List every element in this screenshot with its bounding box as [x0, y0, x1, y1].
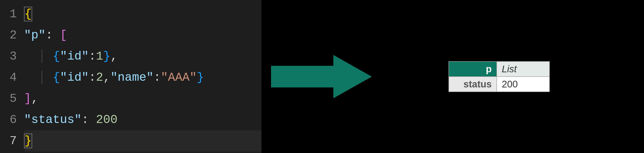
number-token: 1 — [96, 50, 103, 63]
colon-token: : — [46, 28, 53, 42]
space-token — [89, 113, 96, 126]
code-line-current: } — [24, 130, 262, 151]
brace-token: { — [53, 71, 60, 84]
code-line: { — [24, 4, 262, 25]
key-token: "name" — [110, 71, 154, 84]
space-token — [53, 28, 60, 42]
code-line: "status": 200 — [24, 109, 262, 130]
comma-token: , — [103, 71, 110, 84]
table-row[interactable]: status 200 — [449, 77, 550, 92]
indent-guide: │ — [38, 50, 46, 63]
table-value-cell: 200 — [497, 77, 550, 92]
code-line: │ {"id":1}, — [24, 46, 262, 67]
number-token: 200 — [96, 113, 118, 126]
line-number-current: 7 — [0, 130, 17, 151]
line-number: 4 — [0, 67, 17, 88]
brace-token: { — [24, 7, 32, 21]
code-area[interactable]: { "p": [ │ {"id":1}, │ {"id":2,"name":"A… — [24, 0, 262, 153]
colon-token: : — [154, 71, 161, 84]
key-token: "id" — [60, 71, 89, 84]
brace-token: } — [103, 50, 110, 63]
line-number: 5 — [0, 88, 17, 109]
arrow-container — [262, 0, 381, 153]
colon-token: : — [82, 113, 89, 126]
line-number-gutter: 1 2 3 4 5 6 7 — [0, 0, 24, 153]
key-token: "status" — [24, 113, 82, 126]
result-table: p List status 200 — [448, 61, 550, 92]
colon-token: : — [89, 50, 96, 63]
line-number: 6 — [0, 109, 17, 130]
comma-token: , — [31, 92, 38, 105]
code-editor-panel: 1 2 3 4 5 6 7 { "p": [ │ {"id":1}, │ {"i… — [0, 0, 262, 153]
bracket-token: [ — [60, 28, 67, 42]
comma-token: , — [110, 50, 118, 63]
table-row[interactable]: p List — [449, 62, 550, 77]
code-line: │ {"id":2,"name":"AAA"} — [24, 67, 262, 88]
line-number: 1 — [0, 4, 17, 25]
line-number: 3 — [0, 46, 17, 67]
table-key-cell: status — [449, 77, 497, 92]
number-token: 2 — [96, 71, 103, 84]
bracket-token: ] — [24, 92, 31, 105]
indent-guide: │ — [38, 71, 46, 84]
arrow-icon — [271, 53, 372, 101]
code-line: "p": [ — [24, 25, 262, 46]
result-table-container: p List status 200 — [448, 61, 550, 92]
table-value-cell: List — [497, 62, 550, 77]
line-number: 2 — [0, 25, 17, 46]
svg-marker-0 — [271, 55, 372, 98]
brace-token: { — [53, 50, 60, 63]
key-token: "id" — [60, 50, 89, 63]
key-token: "p" — [24, 28, 46, 42]
brace-token: } — [24, 133, 32, 148]
code-line: ], — [24, 88, 262, 109]
brace-token: } — [197, 71, 204, 84]
string-token: "AAA" — [161, 71, 197, 84]
table-key-cell: p — [449, 62, 497, 77]
colon-token: : — [89, 71, 96, 84]
